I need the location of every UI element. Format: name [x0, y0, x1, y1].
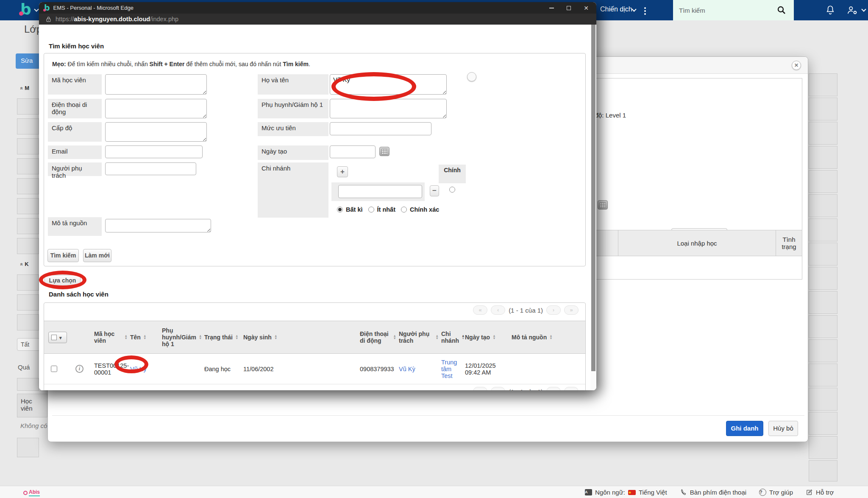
search-icon[interactable]	[776, 5, 787, 15]
calendar-icon[interactable]	[379, 147, 389, 156]
sort-icon[interactable]	[235, 335, 238, 340]
priority-input[interactable]	[330, 122, 431, 135]
section-header-fragment[interactable]: M	[20, 85, 29, 91]
date-created-input[interactable]	[330, 145, 376, 158]
sort-icon[interactable]	[393, 335, 396, 340]
footer-phone-keyboard[interactable]: Bàn phím điện thoại	[680, 489, 746, 496]
radio-at-least[interactable]	[368, 207, 374, 213]
sort-icon[interactable]	[274, 335, 277, 340]
header-created[interactable]: Ngày tạo	[465, 332, 512, 342]
chevron-down-icon[interactable]	[861, 7, 866, 11]
abis-logo[interactable]: Abis	[23, 489, 40, 496]
radio-any[interactable]	[337, 207, 343, 213]
header-phone[interactable]: Điện thoại di động	[360, 329, 399, 346]
branch-remove-button[interactable]: −	[430, 185, 439, 196]
scrollbar-track[interactable]	[590, 25, 596, 390]
branch-add-button[interactable]: +	[337, 166, 348, 177]
level-input[interactable]	[105, 122, 207, 142]
checkbox-icon[interactable]	[51, 335, 57, 340]
header-source[interactable]: Mô tả nguồn	[512, 332, 579, 342]
row-checkbox[interactable]	[51, 366, 57, 372]
chevron-down-icon[interactable]	[34, 7, 39, 11]
label-guardian: Phụ huynh/Giám hộ 1	[258, 99, 328, 118]
header-dob[interactable]: Ngày sinh	[243, 332, 360, 342]
header-branch[interactable]: Chi nhánh	[441, 329, 465, 346]
enrollment-col-status[interactable]: Tình trạng	[776, 230, 802, 256]
search-input[interactable]	[673, 0, 794, 20]
header-assigned[interactable]: Người phụ trách	[399, 329, 441, 346]
label-mobile: Điện thoại di động	[48, 99, 102, 118]
branch-link[interactable]: Trung tâm Test	[441, 359, 462, 379]
brand-logo[interactable]: b	[20, 2, 31, 17]
all-button-fragment[interactable]: Tất	[17, 338, 40, 351]
cancel-button[interactable]: Hủy bỏ	[768, 421, 798, 436]
calendar-icon[interactable]	[598, 200, 608, 210]
minimize-icon[interactable]	[549, 8, 554, 8]
main-branch-radio[interactable]	[449, 187, 455, 193]
footer-language[interactable]: Ngôn ngữ: Tiếng Việt	[585, 489, 667, 496]
guardian-input[interactable]	[330, 99, 447, 118]
window-titlebar[interactable]: b EMS - Personal - Microsoft Edge ✕	[39, 2, 596, 14]
sort-icon[interactable]	[436, 335, 439, 340]
row-fragment	[809, 460, 837, 481]
lock-icon[interactable]	[46, 16, 51, 22]
maximize-icon[interactable]	[567, 6, 571, 10]
more-menu-icon[interactable]	[644, 6, 646, 16]
sort-icon[interactable]	[143, 335, 146, 340]
student-row-header-fragment: Học viên	[17, 394, 47, 417]
footer-support[interactable]: Hỗ trợ	[806, 489, 834, 496]
mobile-input[interactable]	[105, 99, 207, 118]
pagination-next-icon[interactable]	[546, 305, 561, 315]
nav-campaign[interactable]: Chiến dịch	[600, 6, 632, 13]
header-name[interactable]: Tên	[130, 332, 162, 342]
pagination-first-icon[interactable]	[473, 387, 487, 390]
pagination-last-icon[interactable]	[564, 387, 579, 390]
footer-help[interactable]: Trợ giúp	[759, 489, 793, 496]
field-fragment	[17, 238, 39, 254]
source-desc-input[interactable]	[105, 219, 211, 232]
pagination-prev-icon[interactable]	[491, 305, 505, 315]
tip-bold: Tìm kiếm	[283, 61, 309, 67]
vietnam-flag-icon	[628, 490, 636, 495]
header-guardian[interactable]: Phụ huynh/Giám hộ 1	[162, 325, 204, 349]
help-icon[interactable]	[467, 72, 476, 81]
select-all-combo[interactable]	[48, 332, 67, 343]
email-input[interactable]	[105, 145, 203, 158]
notifications-bell-icon[interactable]	[825, 5, 836, 16]
row-fragment	[809, 194, 837, 217]
pagination-prev-icon[interactable]	[491, 387, 505, 390]
close-icon[interactable]: ✕	[584, 5, 589, 11]
sort-icon[interactable]	[549, 335, 552, 340]
header-status[interactable]: Trạng thái	[204, 332, 243, 342]
label-date-created: Ngày tạo	[258, 145, 328, 160]
row-fragment	[809, 98, 837, 120]
section-header-fragment[interactable]: K	[20, 261, 29, 267]
assigned-user-link[interactable]: Vũ Kỳ	[399, 366, 415, 372]
field-fragment	[17, 378, 39, 391]
pagination-next-icon[interactable]	[546, 387, 561, 390]
branch-input[interactable]	[338, 185, 422, 198]
enrollment-col-admission-type[interactable]: Loại nhập học	[618, 230, 776, 256]
pagination-last-icon[interactable]	[564, 305, 579, 315]
url-bar[interactable]: https://abis-kynguyen.dotb.cloud/index.p…	[39, 14, 596, 25]
sort-icon[interactable]	[125, 335, 128, 340]
sort-icon-sorted-asc[interactable]	[462, 335, 465, 340]
close-icon[interactable]	[792, 61, 801, 70]
student-code-input[interactable]	[105, 74, 207, 95]
header-student-code[interactable]: Mã học viên	[94, 329, 130, 346]
pagination-first-icon[interactable]	[473, 305, 487, 315]
chevron-down-icon[interactable]	[632, 7, 636, 11]
search-button[interactable]: Tìm kiếm	[47, 249, 79, 262]
reset-button[interactable]: Làm mới	[83, 249, 111, 262]
enroll-button[interactable]: Ghi danh	[726, 421, 763, 436]
radio-exact[interactable]	[401, 207, 407, 213]
info-icon[interactable]	[75, 365, 83, 373]
chevron-down-icon[interactable]	[59, 334, 62, 341]
help-circle-icon	[759, 489, 766, 496]
user-settings-icon[interactable]	[846, 5, 859, 16]
assigned-user-input[interactable]	[105, 162, 196, 175]
scrollbar-thumb[interactable]	[591, 25, 595, 371]
sort-icon[interactable]	[199, 335, 202, 340]
sort-icon[interactable]	[492, 335, 495, 340]
annotation-circle-select-button	[39, 271, 86, 289]
